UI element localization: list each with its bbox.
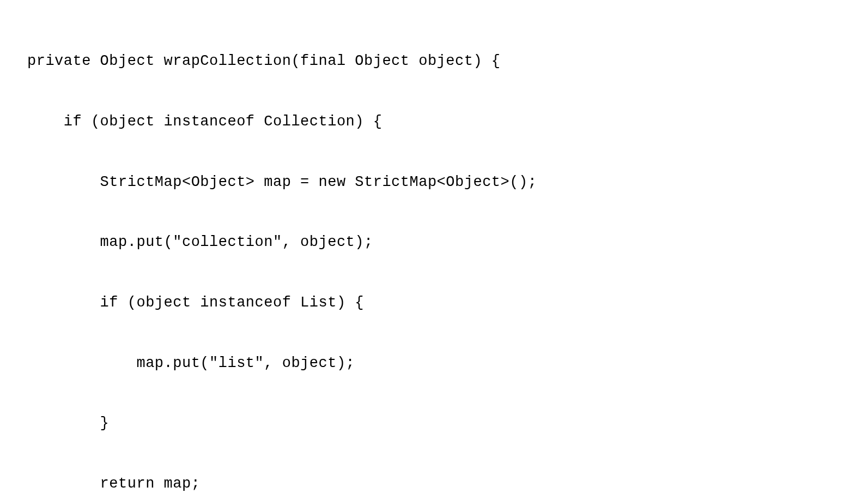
code-line: if (object instanceof List) { bbox=[27, 288, 841, 318]
code-line: if (object instanceof Collection) { bbox=[27, 107, 841, 137]
code-line: map.put("collection", object); bbox=[27, 227, 841, 257]
code-line: } bbox=[27, 408, 841, 438]
code-block: private Object wrapCollection(final Obje… bbox=[27, 16, 841, 493]
code-line: return map; bbox=[27, 469, 841, 493]
code-line: private Object wrapCollection(final Obje… bbox=[27, 46, 841, 76]
code-line: map.put("list", object); bbox=[27, 348, 841, 378]
code-line: StrictMap<Object> map = new StrictMap<Ob… bbox=[27, 167, 841, 197]
